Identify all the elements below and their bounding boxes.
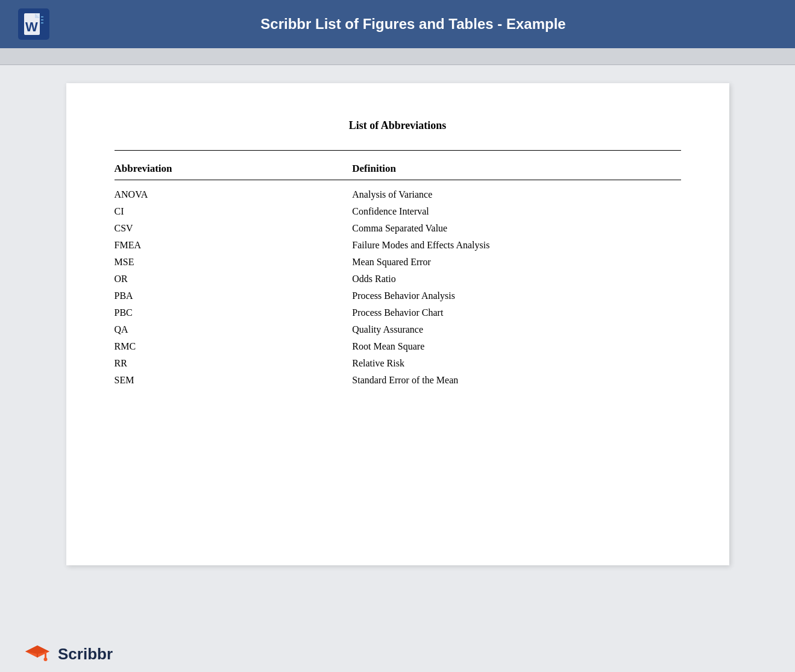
row-abbreviation: MSE xyxy=(115,257,353,268)
document-title: List of Abbreviations xyxy=(115,119,681,132)
page-title: Scribbr List of Figures and Tables - Exa… xyxy=(49,16,777,33)
row-definition: Comma Separated Value xyxy=(352,223,680,234)
row-abbreviation: PBC xyxy=(115,307,353,318)
table-row: FMEAFailure Modes and Effects Analysis xyxy=(115,237,681,254)
row-abbreviation: OR xyxy=(115,274,353,284)
svg-text:W: W xyxy=(25,19,38,34)
table-row: QAQuality Assurance xyxy=(115,321,681,338)
row-abbreviation: CSV xyxy=(115,223,353,234)
table-top-border xyxy=(115,150,681,151)
row-abbreviation: PBA xyxy=(115,290,353,301)
row-definition: Process Behavior Chart xyxy=(352,307,680,318)
table-row: RMCRoot Mean Square xyxy=(115,338,681,355)
row-abbreviation: RMC xyxy=(115,341,353,352)
table-row: PBCProcess Behavior Chart xyxy=(115,304,681,321)
table-header-row: Abbreviation Definition xyxy=(115,158,681,180)
abbreviations-table: Abbreviation Definition ANOVAAnalysis of… xyxy=(115,150,681,389)
table-row: MSEMean Squared Error xyxy=(115,254,681,271)
word-icon: W xyxy=(18,8,49,40)
table-body: ANOVAAnalysis of VarianceCIConfidence In… xyxy=(115,180,681,389)
row-definition: Mean Squared Error xyxy=(352,257,680,268)
table-row: PBAProcess Behavior Analysis xyxy=(115,287,681,304)
row-definition: Odds Ratio xyxy=(352,274,680,284)
row-abbreviation: FMEA xyxy=(115,240,353,251)
row-definition: Confidence Interval xyxy=(352,206,680,217)
header-abbreviation: Abbreviation xyxy=(115,163,353,175)
scribbr-name: Scribbr xyxy=(58,645,113,664)
row-definition: Analysis of Variance xyxy=(352,189,680,200)
table-row: ANOVAAnalysis of Variance xyxy=(115,186,681,203)
ruler xyxy=(0,48,795,65)
table-row: CIConfidence Interval xyxy=(115,203,681,220)
row-abbreviation: RR xyxy=(115,358,353,369)
row-definition: Standard Error of the Mean xyxy=(352,375,680,386)
row-abbreviation: CI xyxy=(115,206,353,217)
main-content: List of Abbreviations Abbreviation Defin… xyxy=(0,65,795,636)
row-abbreviation: SEM xyxy=(115,375,353,386)
row-definition: Relative Risk xyxy=(352,358,680,369)
table-row: OROdds Ratio xyxy=(115,271,681,287)
row-definition: Failure Modes and Effects Analysis xyxy=(352,240,680,251)
header-bar: W Scribbr List of Figures and Tables - E… xyxy=(0,0,795,48)
row-definition: Process Behavior Analysis xyxy=(352,290,680,301)
row-definition: Quality Assurance xyxy=(352,324,680,335)
bottom-bar: Scribbr xyxy=(0,636,795,672)
row-definition: Root Mean Square xyxy=(352,341,680,352)
document-page: List of Abbreviations Abbreviation Defin… xyxy=(66,83,729,565)
header-definition: Definition xyxy=(352,163,680,175)
svg-point-10 xyxy=(44,658,48,661)
row-abbreviation: ANOVA xyxy=(115,189,353,200)
scribbr-logo: Scribbr xyxy=(24,641,113,667)
scribbr-icon xyxy=(24,641,51,667)
table-row: SEMStandard Error of the Mean xyxy=(115,372,681,389)
row-abbreviation: QA xyxy=(115,324,353,335)
table-row: RRRelative Risk xyxy=(115,355,681,372)
table-row: CSVComma Separated Value xyxy=(115,220,681,237)
